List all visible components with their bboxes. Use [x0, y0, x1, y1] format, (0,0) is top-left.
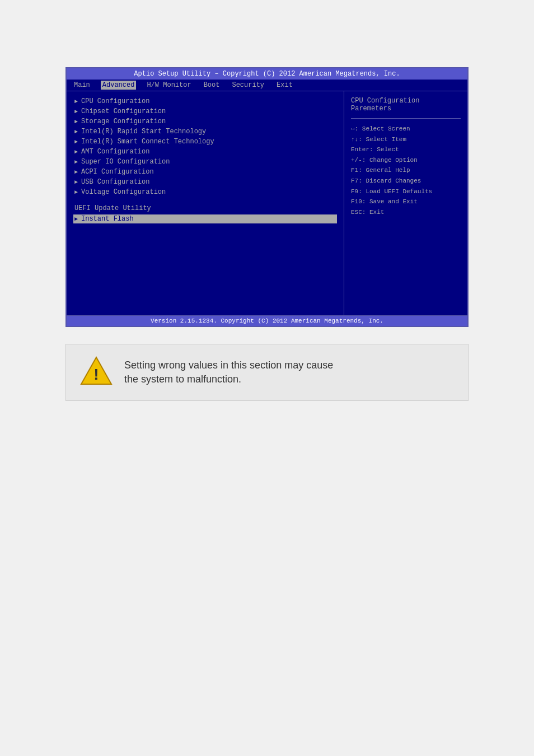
- arrow-icon: ►: [74, 119, 78, 125]
- arrow-icon: ►: [74, 129, 78, 135]
- arrow-icon: ►: [74, 169, 78, 175]
- warning-line2: the system to malfunction.: [124, 372, 333, 386]
- entry-usb-configuration[interactable]: ► USB Configuration: [73, 178, 337, 186]
- arrow-icon: ►: [74, 189, 78, 195]
- bios-left-panel: ► CPU Configuration ► Chipset Configurat…: [67, 91, 344, 315]
- section-uefi-update: UEFI Update Utility: [73, 204, 337, 212]
- arrow-icon: ►: [74, 139, 78, 145]
- entry-cpu-configuration[interactable]: ► CPU Configuration: [73, 97, 337, 106]
- bios-footer-text: Version 2.15.1234. Copyright (C) 2012 Am…: [151, 318, 383, 324]
- help-load-defaults: F9: Load UEFI Defaults: [351, 187, 461, 197]
- bios-footer: Version 2.15.1234. Copyright (C) 2012 Am…: [67, 315, 467, 326]
- menu-security[interactable]: Security: [230, 81, 266, 90]
- bios-right-panel: CPU Configuration Paremeters ↔: Select S…: [344, 91, 467, 315]
- menu-advanced[interactable]: Advanced: [101, 81, 137, 90]
- entry-rapid-start[interactable]: ► Intel(R) Rapid Start Technology: [73, 127, 337, 136]
- bios-content: ► CPU Configuration ► Chipset Configurat…: [67, 91, 467, 315]
- arrow-icon: ►: [74, 109, 78, 115]
- entry-acpi-configuration[interactable]: ► ACPI Configuration: [73, 167, 337, 176]
- help-general-help: F1: General Help: [351, 166, 461, 176]
- bios-title: Aptio Setup Utility – Copyright (C) 2012…: [67, 68, 467, 80]
- right-panel-title: CPU Configuration Paremeters: [351, 97, 461, 113]
- help-keys: ↔: Select Screen ↑↓: Select Item Enter: …: [351, 124, 461, 217]
- help-enter-select: Enter: Select: [351, 145, 461, 155]
- menu-hw-monitor[interactable]: H/W Monitor: [145, 81, 193, 90]
- svg-text:!: !: [93, 366, 99, 383]
- warning-box: ! Setting wrong values in this section m…: [65, 344, 469, 401]
- menu-exit[interactable]: Exit: [275, 81, 294, 90]
- entry-instant-flash[interactable]: ► Instant Flash: [73, 214, 337, 223]
- arrow-icon: ►: [74, 179, 78, 185]
- arrow-icon: ►: [74, 159, 78, 165]
- warning-icon: !: [79, 356, 113, 389]
- help-discard-changes: F7: Discard Changes: [351, 176, 461, 186]
- help-change-option: +/-: Change Option: [351, 156, 461, 166]
- entry-super-io[interactable]: ► Super IO Configuration: [73, 157, 337, 166]
- bios-menu-bar: Main Advanced H/W Monitor Boot Security …: [67, 80, 467, 91]
- help-select-screen: ↔: Select Screen: [351, 124, 461, 134]
- arrow-icon: ►: [74, 99, 78, 105]
- help-select-item: ↑↓: Select Item: [351, 135, 461, 145]
- help-esc-exit: ESC: Exit: [351, 208, 461, 218]
- entry-voltage-configuration[interactable]: ► Voltage Configuration: [73, 188, 337, 197]
- bios-title-text: Aptio Setup Utility – Copyright (C) 2012…: [134, 70, 400, 78]
- arrow-icon: ►: [74, 216, 78, 222]
- entry-amt-configuration[interactable]: ► AMT Configuration: [73, 147, 337, 156]
- warning-line1: Setting wrong values in this section may…: [124, 358, 333, 372]
- help-save-exit: F10: Save and Exit: [351, 197, 461, 207]
- entry-storage-configuration[interactable]: ► Storage Configuration: [73, 117, 337, 126]
- entry-smart-connect[interactable]: ► Intel(R) Smart Connect Technology: [73, 137, 337, 146]
- menu-main[interactable]: Main: [72, 81, 92, 90]
- warning-triangle-svg: !: [79, 356, 113, 386]
- arrow-icon: ►: [74, 149, 78, 155]
- right-panel-divider: [351, 118, 461, 119]
- bios-window: Aptio Setup Utility – Copyright (C) 2012…: [65, 67, 469, 327]
- menu-boot[interactable]: Boot: [202, 81, 222, 90]
- warning-text: Setting wrong values in this section may…: [124, 358, 333, 386]
- entry-chipset-configuration[interactable]: ► Chipset Configuration: [73, 107, 337, 116]
